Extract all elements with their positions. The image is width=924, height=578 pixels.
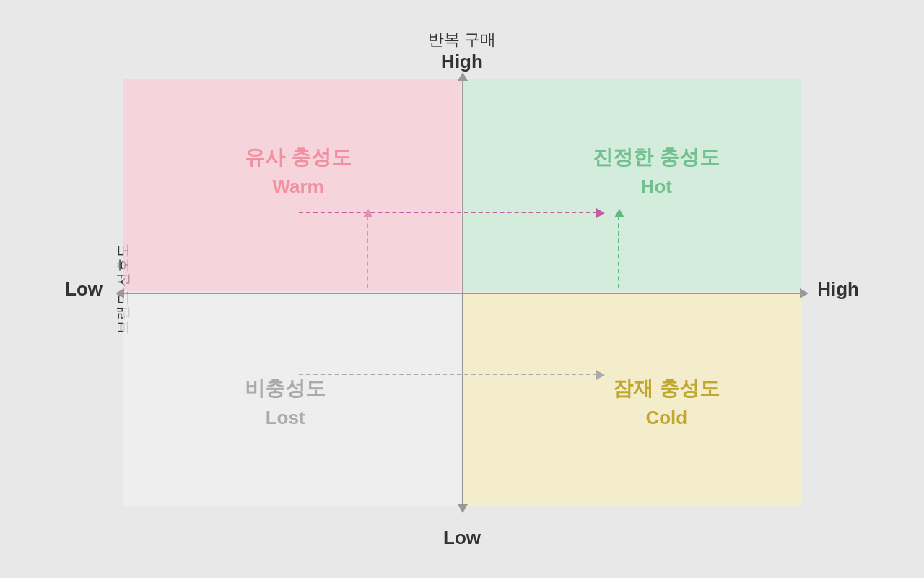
axis-bottom-label: Low bbox=[443, 527, 481, 549]
arrow-lost-to-cold bbox=[299, 374, 598, 375]
axis-top-high-label: High bbox=[428, 51, 496, 73]
arrow-hot-up bbox=[618, 216, 619, 288]
label-bottom-left-english: Lost bbox=[245, 407, 326, 429]
label-top-right: 진정한 충성도 Hot bbox=[593, 144, 720, 198]
chart-area: 유사 충성도 Warm 진정한 충성도 Hot 비충성도 Lost 잠재 충성도… bbox=[123, 79, 801, 506]
axis-right-label: High bbox=[817, 278, 859, 301]
label-top-left-english: Warm bbox=[245, 176, 352, 198]
label-bottom-right-english: Cold bbox=[613, 407, 720, 429]
label-top-right-korean: 진정한 충성도 bbox=[593, 144, 720, 171]
y-axis bbox=[462, 79, 463, 506]
label-top-right-english: Hot bbox=[593, 176, 720, 198]
label-top-left: 유사 충성도 Warm bbox=[245, 144, 352, 198]
axis-top-label: 반복 구매 High bbox=[428, 29, 496, 73]
axis-left-label: Low bbox=[65, 278, 103, 301]
axis-title-label: 반복 구매 bbox=[428, 29, 496, 51]
arrow-warm-up bbox=[367, 216, 368, 288]
label-bottom-left-korean: 비충성도 bbox=[245, 375, 326, 402]
arrow-warm-to-hot bbox=[299, 212, 598, 213]
label-bottom-left: 비충성도 Lost bbox=[245, 375, 326, 429]
label-bottom-right: 잠재 충성도 Cold bbox=[613, 375, 720, 429]
label-top-left-korean: 유사 충성도 bbox=[245, 144, 352, 171]
chart-container: 반복 구매 High Low High Low 브랜드 선호도 유사 충성도 W… bbox=[65, 29, 859, 549]
label-bottom-right-korean: 잠재 충성도 bbox=[613, 375, 720, 402]
